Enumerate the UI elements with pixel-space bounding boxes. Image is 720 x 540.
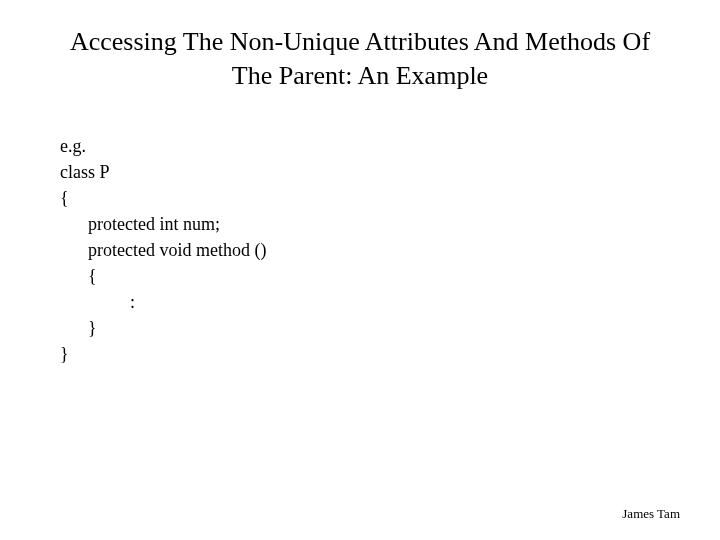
- code-line: }: [60, 315, 670, 341]
- code-line: }: [60, 341, 670, 367]
- code-line: {: [60, 185, 670, 211]
- code-example: e.g. class P { protected int num; protec…: [50, 133, 670, 368]
- code-line: e.g.: [60, 133, 670, 159]
- code-line: :: [60, 289, 670, 315]
- author-footer: James Tam: [622, 506, 680, 522]
- slide: Accessing The Non-Unique Attributes And …: [0, 0, 720, 540]
- slide-title: Accessing The Non-Unique Attributes And …: [50, 25, 670, 93]
- code-line: protected void method (): [60, 237, 670, 263]
- code-line: protected int num;: [60, 211, 670, 237]
- code-line: class P: [60, 159, 670, 185]
- code-line: {: [60, 263, 670, 289]
